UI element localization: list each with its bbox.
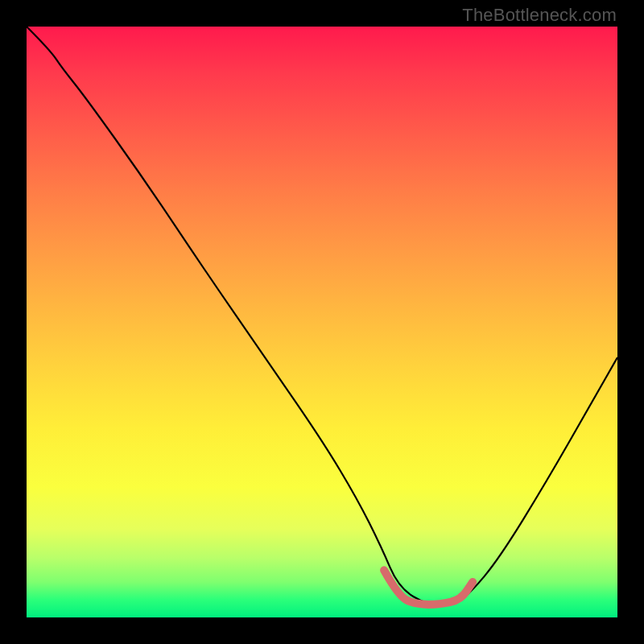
chart-frame: TheBottleneck.com bbox=[0, 0, 644, 644]
main-curve bbox=[27, 27, 617, 605]
highlight-curve bbox=[384, 570, 473, 605]
watermark-text: TheBottleneck.com bbox=[462, 5, 617, 26]
curve-layer bbox=[27, 27, 617, 617]
